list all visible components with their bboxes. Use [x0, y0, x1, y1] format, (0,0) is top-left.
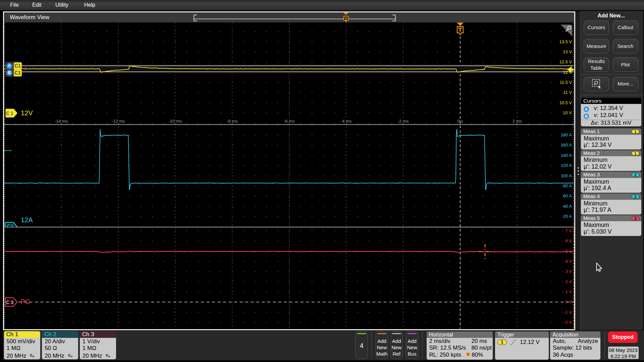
svg-text:T: T: [467, 353, 469, 356]
svg-text:C2: C2: [7, 223, 13, 227]
svg-text:C 3: C 3: [6, 300, 13, 305]
svg-text:C 1: C 1: [6, 111, 13, 116]
